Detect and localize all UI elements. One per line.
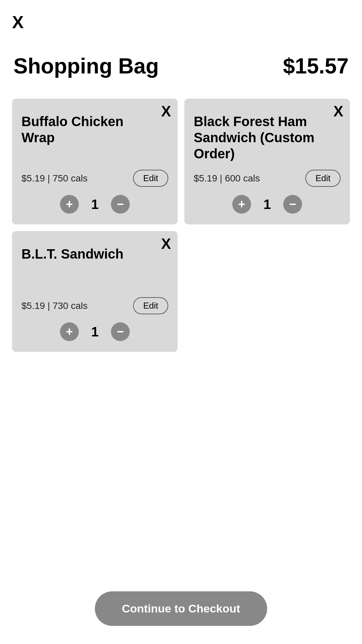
qty-decrease-button-3[interactable]: − xyxy=(111,322,130,341)
quantity-control-2: + 1 − xyxy=(194,195,341,214)
qty-value-3: 1 xyxy=(88,324,102,339)
qty-value-2: 1 xyxy=(260,197,274,212)
item-info-1: $5.19 | 750 cals xyxy=(21,173,87,184)
items-grid: X Buffalo Chicken Wrap $5.19 | 750 cals … xyxy=(0,92,362,359)
quantity-control-1: + 1 − xyxy=(21,195,168,214)
cart-total: $15.57 xyxy=(283,54,349,78)
close-button[interactable]: X xyxy=(12,13,24,31)
item-name-2: Black Forest Ham Sandwich (Custom Order) xyxy=(194,107,341,162)
qty-increase-button-3[interactable]: + xyxy=(60,322,79,341)
item-name-3: B.L.T. Sandwich xyxy=(21,239,168,289)
item-info-3: $5.19 | 730 cals xyxy=(21,301,87,311)
page-header: Shopping Bag $15.57 xyxy=(0,0,362,92)
qty-decrease-button-2[interactable]: − xyxy=(283,195,302,214)
quantity-control-3: + 1 − xyxy=(21,322,168,341)
qty-increase-button-2[interactable]: + xyxy=(232,195,251,214)
item-footer-2: $5.19 | 600 cals Edit xyxy=(194,170,341,187)
item-remove-button-3[interactable]: X xyxy=(161,236,171,251)
page-title: Shopping Bag xyxy=(13,54,159,78)
item-edit-button-1[interactable]: Edit xyxy=(133,170,168,187)
item-card-3: X B.L.T. Sandwich $5.19 | 730 cals Edit … xyxy=(12,231,178,352)
item-footer-1: $5.19 | 750 cals Edit xyxy=(21,170,168,187)
item-edit-button-3[interactable]: Edit xyxy=(133,297,168,314)
item-remove-button-2[interactable]: X xyxy=(334,104,343,119)
item-remove-button-1[interactable]: X xyxy=(161,104,171,119)
item-name-1: Buffalo Chicken Wrap xyxy=(21,107,168,162)
item-edit-button-2[interactable]: Edit xyxy=(305,170,341,187)
item-info-2: $5.19 | 600 cals xyxy=(194,173,260,184)
item-card-1: X Buffalo Chicken Wrap $5.19 | 750 cals … xyxy=(12,99,178,224)
item-footer-3: $5.19 | 730 cals Edit xyxy=(21,297,168,314)
qty-increase-button-1[interactable]: + xyxy=(60,195,79,214)
checkout-button[interactable]: Continue to Checkout xyxy=(95,591,267,626)
qty-value-1: 1 xyxy=(88,197,102,212)
item-card-2: X Black Forest Ham Sandwich (Custom Orde… xyxy=(184,99,350,224)
checkout-container: Continue to Checkout xyxy=(0,591,362,626)
qty-decrease-button-1[interactable]: − xyxy=(111,195,130,214)
